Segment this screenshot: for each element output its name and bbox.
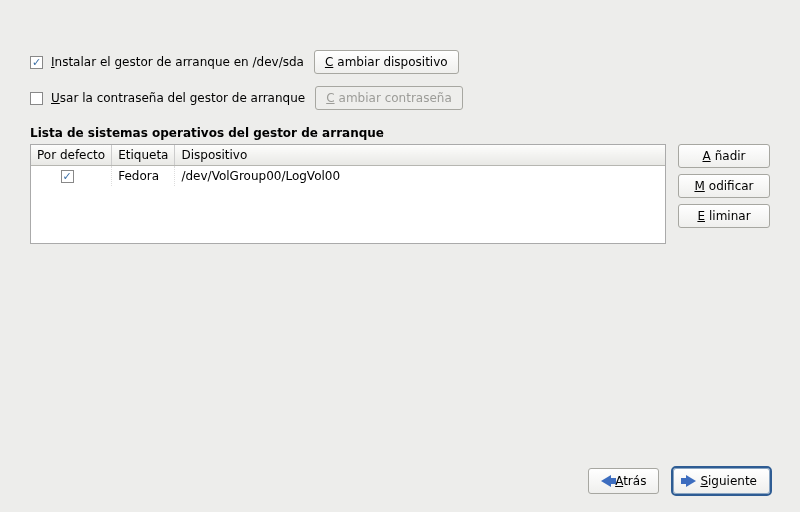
row-device: /dev/VolGroup00/LogVol00 xyxy=(175,166,665,187)
use-password-row: Usar la contraseña del gestor de arranqu… xyxy=(30,86,770,110)
delete-button[interactable]: Eliminar xyxy=(678,204,770,228)
next-button[interactable]: Siguiente xyxy=(673,468,770,494)
change-device-button[interactable]: Cambiar dispositivo xyxy=(314,50,459,74)
install-bootloader-checkbox[interactable] xyxy=(30,56,43,69)
use-password-label: Usar la contraseña del gestor de arranqu… xyxy=(51,91,305,105)
col-default[interactable]: Por defecto xyxy=(31,145,112,166)
arrow-left-icon xyxy=(601,475,611,487)
install-bootloader-label: Instalar el gestor de arranque en /dev/s… xyxy=(51,55,304,69)
os-list-title: Lista de sistemas operativos del gestor … xyxy=(30,126,770,140)
modify-button[interactable]: Modificar xyxy=(678,174,770,198)
col-device[interactable]: Dispositivo xyxy=(175,145,665,166)
os-table[interactable]: Por defecto Etiqueta Dispositivo Fedora … xyxy=(30,144,666,244)
arrow-right-icon xyxy=(686,475,696,487)
use-password-checkbox[interactable] xyxy=(30,92,43,105)
back-button[interactable]: Atrás xyxy=(588,468,659,494)
row-default-checkbox[interactable] xyxy=(61,170,74,183)
add-button[interactable]: Añadir xyxy=(678,144,770,168)
table-row[interactable]: Fedora /dev/VolGroup00/LogVol00 xyxy=(31,166,665,187)
change-password-button: Cambiar contraseña xyxy=(315,86,463,110)
install-bootloader-row: Instalar el gestor de arranque en /dev/s… xyxy=(30,50,770,74)
col-label[interactable]: Etiqueta xyxy=(112,145,175,166)
wizard-nav: Atrás Siguiente xyxy=(588,468,770,494)
row-label: Fedora xyxy=(112,166,175,187)
